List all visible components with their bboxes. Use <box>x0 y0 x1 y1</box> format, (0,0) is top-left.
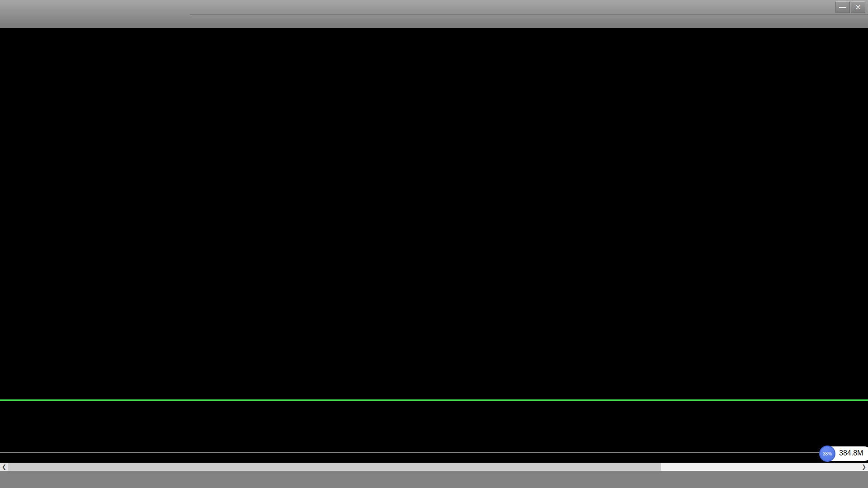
progress-percent: 38% <box>819 446 835 462</box>
minimize-button[interactable]: — <box>835 1 850 13</box>
window-controls: — ✕ <box>835 1 865 13</box>
close-button[interactable]: ✕ <box>851 1 865 13</box>
tab-row <box>190 0 868 15</box>
ribbon-row <box>191 15 868 28</box>
scroll-right-arrow-icon[interactable]: ❯ <box>860 463 868 471</box>
scrollbar-thumb[interactable] <box>8 463 661 471</box>
toolbar: — ✕ <box>0 0 868 28</box>
nesting-canvas-area <box>0 28 868 399</box>
scroll-left-arrow-icon[interactable]: ❮ <box>0 463 8 471</box>
horizontal-scrollbar[interactable]: ❮ ❯ <box>0 463 868 471</box>
status-bar <box>0 471 868 488</box>
nesting-canvas[interactable] <box>0 28 868 399</box>
menu-area: — ✕ <box>190 0 868 28</box>
piece-filmstrip <box>0 399 868 453</box>
memory-value: 384.8M <box>839 449 863 457</box>
memory-usage-badge: 38% 384.8M <box>819 446 868 462</box>
